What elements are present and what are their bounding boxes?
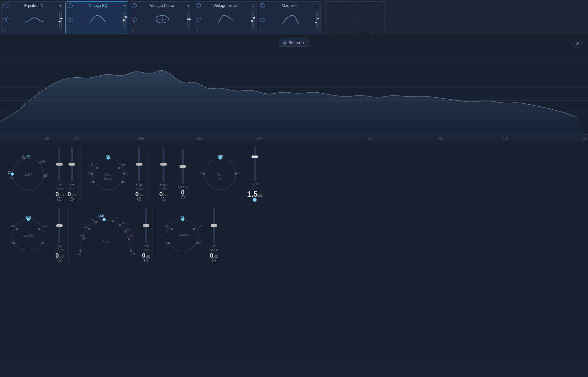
plugin-slot-eq1[interactable]: i Equalizer 1 ✕ S ☰ ⋯	[1, 1, 64, 34]
mid-mark-1k: 1k	[99, 215, 102, 218]
plugin-name-eq1: Equalizer 1	[8, 3, 59, 8]
band-mid-dial[interactable]: 1.5k Mid 200	[74, 213, 137, 257]
stereo-label: Stereo	[289, 41, 300, 45]
hb2-fader-thumb[interactable]	[160, 163, 167, 166]
plugin-list-icon-vcomp[interactable]: ☰	[132, 29, 134, 32]
freq-label-1000: 1000	[255, 137, 263, 140]
plugin-grid-icon-eq1[interactable]: ⋯	[59, 29, 62, 32]
plugin-slot-vlim[interactable]: i Vintage Limiter ✕ S ☰ ⋯	[194, 1, 257, 34]
hb1-fader-value: 0	[135, 191, 139, 197]
low-mark-60: 60	[42, 160, 46, 163]
hb2-label: HighBoost	[159, 183, 168, 191]
band-high-cut-dial[interactable]: 10k High Cut 5k 20k	[200, 154, 241, 194]
mid-mark-700: 700	[91, 218, 95, 221]
plugin-list-icon-vlim[interactable]: ☰	[196, 29, 198, 32]
plugin-grid-icon-max[interactable]: ⋯	[316, 29, 319, 32]
plugin-s-veq[interactable]: S	[68, 17, 73, 22]
mid-cut-zero-dot[interactable]	[144, 259, 148, 262]
hb1-fader-thumb[interactable]	[136, 163, 142, 166]
plugin-slot-max[interactable]: i Maximizer ✕ S ☰ ⋯	[258, 1, 321, 34]
plugin-name-max: Maximizer	[265, 3, 315, 8]
low-boost-fader: LowBoost 0 dB	[55, 147, 64, 201]
frequency-ruler: 60 100 300 600 1000 3k 6k 10k Hz	[0, 134, 588, 143]
eq-spectrum-area: ◎ Stereo ▼ ↺ 60 100 300 600 1000 3k 6k 1…	[0, 36, 588, 143]
hm-boost-fader: HMBoost 0 dB	[210, 208, 218, 262]
plugin-list-icon-eq1[interactable]: ☰	[3, 29, 6, 32]
low-cut-zero-dot[interactable]	[70, 197, 74, 201]
band-high-mid-dial[interactable]: 3k High-Mid 2k 1.5k 4k 5k	[162, 215, 203, 256]
band-low-active-freq: 20	[26, 154, 30, 158]
mid-cut-thumb[interactable]	[143, 224, 149, 227]
freq-label-hz: Hz	[583, 137, 587, 140]
low-boost-value: 0	[55, 191, 59, 197]
plugin-close-vlim[interactable]: ✕	[251, 3, 254, 8]
plugin-power-veq[interactable]: i	[68, 3, 73, 8]
hm-mark-15k: 1.5k	[165, 242, 170, 245]
plugin-s-vcomp[interactable]: S	[132, 17, 137, 22]
plugin-grid-icon-veq[interactable]: ⋯	[123, 29, 126, 32]
add-plugin-button[interactable]: +	[325, 1, 385, 34]
hq-zero-dot[interactable]	[181, 195, 185, 199]
band-low-mid-dial[interactable]: 500 Low-Mid 300 200 700 1k	[8, 215, 49, 256]
hq-thumb[interactable]	[180, 165, 186, 168]
plugin-power-vlim[interactable]: i	[196, 3, 201, 8]
plugin-faders-vcomp	[187, 10, 190, 29]
plugin-name-vcomp: Vintage Comp	[137, 3, 187, 8]
mid-mark-4k: 4k	[127, 227, 130, 231]
reset-button[interactable]: ↺	[572, 39, 582, 48]
plugin-s-max[interactable]: S	[260, 17, 265, 22]
plugin-close-eq1[interactable]: ✕	[59, 3, 62, 8]
hm-boost-zero-dot[interactable]	[212, 259, 216, 262]
hm-boost-label: HMBoost	[210, 244, 218, 252]
svg-point-29	[38, 228, 41, 230]
mid-mark-5k: 5k	[130, 235, 133, 238]
lm-boost-thumb[interactable]	[56, 224, 63, 227]
eq-controls-row1: 20 Low 30 45 60 100 20	[0, 143, 588, 205]
freq-label-300: 300	[138, 137, 144, 140]
low-boost-zero-dot[interactable]	[58, 197, 61, 201]
low-cut-unit: dB	[72, 193, 76, 197]
plugin-faders-vlim	[252, 10, 254, 29]
plugin-list-icon-veq[interactable]: ☰	[68, 29, 70, 32]
svg-text:Low-Mid: Low-Mid	[22, 234, 34, 238]
plugin-grid-icon-vlim[interactable]: ⋯	[252, 29, 254, 32]
hc-thumb[interactable]	[252, 156, 258, 158]
plugin-s-eq1[interactable]: S	[3, 17, 8, 22]
mid-mark-300: 300	[80, 235, 85, 238]
hb1-zero-dot[interactable]	[137, 197, 141, 201]
hc-zero-dot[interactable]	[253, 198, 257, 202]
plugin-power-eq1[interactable]: i	[3, 3, 8, 8]
plugin-slot-vcomp[interactable]: i Vintage Comp ✕ S ☰ ⋯	[130, 1, 192, 34]
mid-cut-unit: dB	[146, 254, 150, 258]
stereo-dropdown-arrow: ▼	[302, 41, 305, 45]
plugin-power-max[interactable]: i	[260, 3, 265, 8]
mid-mark-500: 500	[84, 225, 88, 228]
eq-controls-row2: 500 Low-Mid 300 200 700 1k	[0, 205, 588, 265]
hm-boost-thumb[interactable]	[211, 224, 217, 227]
plugin-close-vcomp[interactable]: ✕	[187, 3, 190, 8]
band-high-boost1: 8k High Boost 5k 4k 3k 10k	[83, 154, 133, 194]
low-cut-thumb[interactable]	[69, 163, 75, 166]
mid-cut-value: 0	[142, 252, 146, 259]
sep4	[68, 208, 69, 262]
plugin-grid-icon-vcomp[interactable]: ⋯	[187, 29, 190, 32]
stereo-selector[interactable]: ◎ Stereo ▼	[280, 39, 308, 47]
hb2-zero-dot[interactable]	[162, 197, 165, 201]
plugin-name-vlim: Vintage Limiter	[201, 3, 251, 8]
band-low-dial[interactable]: 20 Low 30 45 60 100 20	[8, 154, 49, 194]
lm-mark-300: 300	[10, 224, 15, 227]
lm-boost-value: 0	[55, 252, 59, 259]
plugin-icon-eq1	[8, 13, 59, 25]
lm-boost-zero-dot[interactable]	[58, 259, 61, 262]
low-boost-thumb[interactable]	[56, 163, 63, 166]
plugin-power-vcomp[interactable]: i	[132, 3, 137, 8]
low-active-20: 20	[8, 171, 11, 174]
plugin-slot-veq[interactable]: i Vintage EQ ✕ S ☰ ⋯	[65, 1, 128, 34]
plugin-close-max[interactable]: ✕	[315, 3, 319, 8]
plugin-s-vlim[interactable]: S	[196, 17, 201, 22]
plugin-list-icon-max[interactable]: ☰	[260, 29, 263, 32]
hc-value: 1.5	[247, 190, 258, 198]
plugin-faders-eq1	[59, 10, 62, 29]
band-high-boost1-dial[interactable]: 8k High Boost 5k 4k 3k 10k	[88, 154, 129, 194]
plugin-close-veq[interactable]: ✕	[123, 3, 126, 8]
